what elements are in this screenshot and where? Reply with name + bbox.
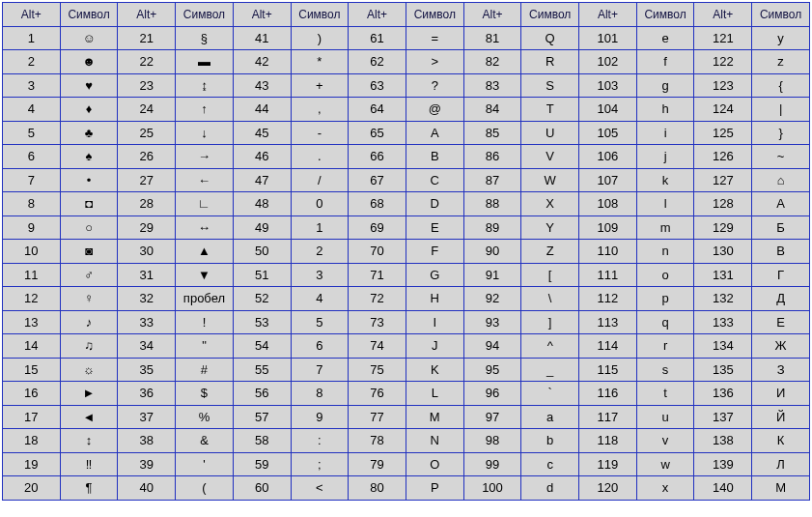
cell-code: 25 (118, 121, 176, 145)
col-header-code: Alt+ (3, 3, 61, 27)
cell-sym: d (521, 476, 579, 501)
cell-sym: | (752, 98, 810, 122)
cell-code: 105 (579, 121, 637, 145)
col-header-sym: Символ (60, 3, 118, 27)
cell-sym: n (636, 240, 694, 264)
cell-code: 61 (349, 26, 406, 50)
cell-code: 96 (463, 382, 521, 406)
cell-sym: ▬ (176, 50, 234, 74)
cell-sym: W (521, 168, 579, 192)
cell-code: 138 (694, 429, 752, 453)
cell-code: 80 (349, 476, 406, 501)
cell-sym: Е (752, 310, 810, 334)
cell-code: 49 (233, 215, 291, 240)
cell-sym: c (521, 452, 579, 476)
col-header-sym: Символ (752, 3, 810, 27)
cell-code: 73 (349, 310, 406, 334)
cell-code: 42 (233, 50, 291, 74)
cell-sym: ♂ (60, 263, 118, 287)
cell-code: 43 (233, 73, 291, 98)
cell-sym: ; (291, 452, 349, 476)
cell-code: 75 (349, 358, 406, 382)
cell-code: 74 (349, 334, 406, 359)
cell-sym: ] (521, 310, 579, 334)
cell-sym: - (291, 121, 349, 145)
cell-sym: В (752, 240, 810, 264)
cell-code: 128 (694, 192, 752, 216)
cell-code: 28 (118, 192, 176, 216)
cell-sym: ⌂ (752, 168, 810, 192)
cell-code: 98 (463, 429, 521, 453)
cell-code: 8 (3, 192, 61, 216)
cell-code: 122 (694, 50, 752, 74)
cell-code: 117 (579, 405, 637, 429)
cell-code: 123 (694, 73, 752, 98)
cell-code: 89 (463, 215, 521, 240)
cell-sym: ‼ (60, 452, 118, 476)
cell-code: 131 (694, 263, 752, 287)
cell-code: 44 (233, 98, 291, 122)
cell-sym: 2 (291, 240, 349, 264)
cell-sym: ! (176, 310, 234, 334)
cell-sym: ↓ (176, 121, 234, 145)
cell-code: 129 (694, 215, 752, 240)
cell-code: 127 (694, 168, 752, 192)
cell-sym: Q (521, 26, 579, 50)
cell-sym: И (752, 382, 810, 406)
cell-sym: j (636, 145, 694, 169)
cell-sym: q (636, 310, 694, 334)
cell-sym: $ (176, 382, 234, 406)
cell-sym: Й (752, 405, 810, 429)
cell-code: 11 (3, 263, 61, 287)
cell-code: 6 (3, 145, 61, 169)
cell-sym: i (636, 121, 694, 145)
cell-sym: 7 (291, 358, 349, 382)
cell-sym: ☻ (60, 50, 118, 74)
cell-code: 119 (579, 452, 637, 476)
cell-code: 71 (349, 263, 406, 287)
cell-sym: { (752, 73, 810, 98)
cell-sym: N (406, 429, 463, 453)
cell-code: 17 (3, 405, 61, 429)
cell-sym: 5 (291, 310, 349, 334)
cell-sym: s (636, 358, 694, 382)
cell-code: 133 (694, 310, 752, 334)
cell-code: 82 (463, 50, 521, 74)
cell-sym: H (406, 287, 463, 311)
cell-code: 67 (349, 168, 406, 192)
cell-sym: ☺ (60, 26, 118, 50)
cell-sym: ↨ (176, 73, 234, 98)
cell-sym: ↑ (176, 98, 234, 122)
cell-sym: ♥ (60, 73, 118, 98)
col-header-code: Alt+ (233, 3, 291, 27)
table-row: 15☼35#55775K95_115s135З (3, 358, 810, 382)
cell-code: 38 (118, 429, 176, 453)
cell-code: 83 (463, 73, 521, 98)
cell-code: 99 (463, 452, 521, 476)
col-header-code: Alt+ (694, 3, 752, 27)
cell-code: 140 (694, 476, 752, 501)
table-row: 10◙30▲50270F90Z110n130В (3, 240, 810, 264)
cell-code: 95 (463, 358, 521, 382)
cell-sym: ▼ (176, 263, 234, 287)
cell-code: 87 (463, 168, 521, 192)
cell-sym: Б (752, 215, 810, 240)
cell-sym: § (176, 26, 234, 50)
cell-code: 107 (579, 168, 637, 192)
table-row: 19‼39'59;79O99c119w139Л (3, 452, 810, 476)
cell-code: 46 (233, 145, 291, 169)
table-row: 13♪33!53573I93]113q133Е (3, 310, 810, 334)
cell-code: 60 (233, 476, 291, 501)
cell-sym: ♪ (60, 310, 118, 334)
cell-sym: ♣ (60, 121, 118, 145)
cell-code: 121 (694, 26, 752, 50)
cell-sym: ♀ (60, 287, 118, 311)
cell-sym: u (636, 405, 694, 429)
cell-code: 40 (118, 476, 176, 501)
cell-sym: ← (176, 168, 234, 192)
cell-code: 51 (233, 263, 291, 287)
cell-sym: Ж (752, 334, 810, 359)
cell-sym: M (406, 405, 463, 429)
col-header-sym: Символ (176, 3, 234, 27)
cell-sym: F (406, 240, 463, 264)
